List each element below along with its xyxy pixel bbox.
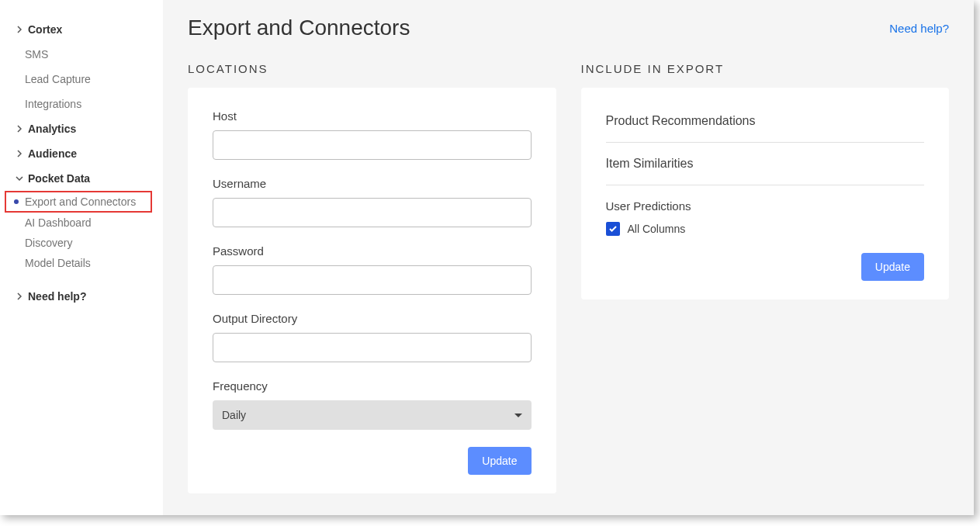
locations-card: Host Username Password Output Directory [188, 88, 556, 493]
checkbox-checked-icon [606, 222, 620, 236]
nav-label: Audience [28, 147, 77, 160]
nav-group-need-help[interactable]: Need help? [0, 284, 163, 309]
all-columns-label: All Columns [628, 223, 686, 235]
nav-group-audience[interactable]: Audience [0, 141, 163, 166]
nav-item-integrations[interactable]: Integrations [0, 92, 163, 116]
password-input[interactable] [213, 265, 532, 295]
active-indicator-icon [14, 199, 19, 204]
caret-down-icon [514, 414, 522, 417]
nav-group-pocket-data[interactable]: Pocket Data [0, 166, 163, 191]
username-label: Username [213, 177, 532, 190]
nav-item-discovery[interactable]: Discovery [0, 233, 163, 253]
nav-item-label: AI Dashboard [25, 216, 92, 229]
include-card: Product Recommendations Item Similaritie… [581, 88, 950, 299]
include-item-product-recs[interactable]: Product Recommendations [606, 109, 925, 143]
section-title-locations: LOCATIONS [188, 62, 556, 75]
page-title: Export and Connectors [188, 16, 410, 40]
frequency-label: Frequency [213, 379, 532, 393]
nav-item-lead-capture[interactable]: Lead Capture [0, 67, 163, 92]
chevron-down-icon [16, 176, 23, 181]
nav-item-label: Discovery [25, 237, 72, 249]
all-columns-checkbox-row[interactable]: All Columns [606, 222, 925, 236]
output-dir-label: Output Directory [213, 312, 532, 325]
sidebar: Cortex SMS Lead Capture Integrations Ana… [0, 0, 163, 515]
nav-item-label: Lead Capture [25, 73, 91, 85]
nav-label: Analytics [28, 123, 76, 135]
host-label: Host [213, 109, 532, 123]
nav-group-analytics[interactable]: Analytics [0, 116, 163, 141]
include-item-item-similarities[interactable]: Item Similarities [606, 143, 925, 185]
nav-label: Cortex [28, 23, 62, 36]
nav-item-model-details[interactable]: Model Details [0, 253, 163, 273]
chevron-right-icon [16, 150, 23, 157]
nav-item-label: Integrations [25, 98, 81, 110]
password-label: Password [213, 244, 532, 258]
user-predictions-header: User Predictions [606, 199, 925, 213]
chevron-right-icon [16, 26, 23, 33]
frequency-value: Daily [222, 409, 246, 421]
nav-label: Pocket Data [28, 172, 90, 185]
frequency-select[interactable]: Daily [213, 400, 532, 430]
username-input[interactable] [213, 198, 532, 227]
nav-item-label: Model Details [25, 257, 91, 269]
nav-item-sms[interactable]: SMS [0, 42, 163, 67]
help-link[interactable]: Need help? [889, 22, 949, 35]
include-update-button[interactable]: Update [861, 253, 924, 281]
nav-item-label: SMS [25, 48, 48, 61]
nav-item-label: Export and Connectors [25, 196, 136, 208]
locations-update-button[interactable]: Update [468, 447, 531, 475]
nav-item-ai-dashboard[interactable]: AI Dashboard [0, 213, 163, 233]
section-title-include: INCLUDE IN EXPORT [581, 62, 950, 75]
chevron-right-icon [16, 125, 23, 133]
nav-group-cortex[interactable]: Cortex [0, 17, 163, 42]
locations-column: LOCATIONS Host Username Password [188, 62, 556, 493]
output-dir-input[interactable] [213, 333, 532, 362]
include-column: INCLUDE IN EXPORT Product Recommendation… [581, 62, 950, 493]
page-header: Export and Connectors Need help? [188, 16, 949, 40]
nav-label: Need help? [28, 290, 86, 303]
nav-item-export-connectors[interactable]: Export and Connectors [5, 191, 152, 213]
host-input[interactable] [213, 130, 532, 160]
chevron-right-icon [16, 292, 23, 300]
main-content: Export and Connectors Need help? LOCATIO… [163, 0, 974, 515]
